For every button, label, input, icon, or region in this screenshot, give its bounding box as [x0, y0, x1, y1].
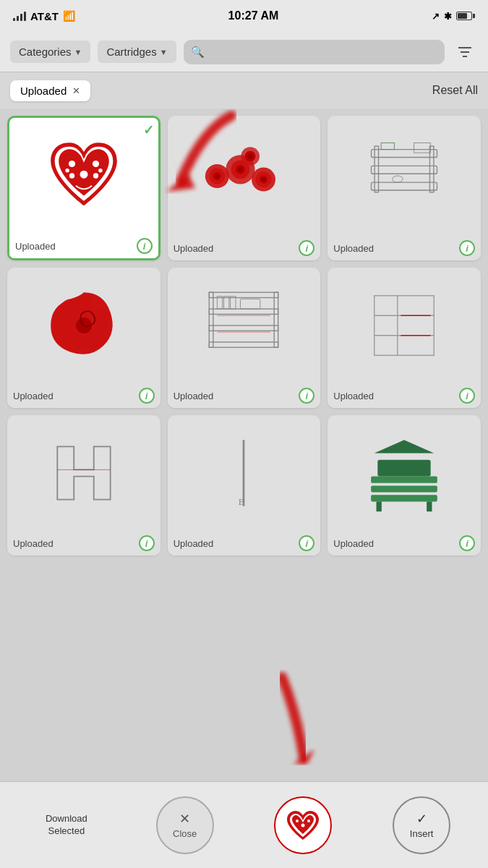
card-2[interactable]: Uploadedi	[168, 116, 321, 260]
svg-point-38	[64, 332, 84, 352]
card-7[interactable]: Uploadedi	[7, 415, 160, 556]
svg-rect-63	[371, 477, 437, 483]
info-button-1[interactable]: i	[137, 238, 153, 254]
filter-tag-close[interactable]: ✕	[72, 85, 80, 96]
svg-rect-29	[374, 146, 378, 192]
svg-rect-44	[210, 326, 278, 331]
svg-rect-48	[218, 297, 223, 309]
svg-rect-51	[241, 299, 261, 309]
info-button-8[interactable]: i	[299, 535, 314, 551]
battery-icon	[456, 12, 475, 20]
info-button-9[interactable]: i	[459, 535, 475, 551]
categories-button[interactable]: Categories ▼	[10, 41, 90, 63]
card-label-9: Uploaded	[333, 538, 374, 549]
svg-point-14	[215, 174, 220, 178]
card-1[interactable]: ✓Uploadedi	[7, 116, 160, 260]
card-5[interactable]: Uploadedi	[168, 268, 321, 408]
svg-rect-30	[430, 146, 434, 192]
nav-bar: Categories ▼ Cartridges ▼ 🔍	[0, 32, 488, 72]
check-icon: ✓	[416, 811, 427, 827]
svg-point-5	[93, 161, 99, 167]
svg-point-4	[69, 161, 75, 167]
info-button-6[interactable]: i	[459, 388, 475, 404]
cartridges-chevron: ▼	[160, 48, 168, 56]
card-label-3: Uploaded	[333, 243, 374, 254]
close-label: Close	[173, 828, 197, 839]
svg-text:B: B	[239, 497, 245, 507]
svg-rect-47	[275, 292, 279, 347]
svg-point-8	[93, 173, 98, 178]
reset-all-button[interactable]: Reset All	[432, 84, 478, 97]
card-label-8: Uploaded	[174, 538, 214, 549]
svg-rect-68	[377, 460, 430, 477]
location-icon: ↗	[432, 11, 440, 22]
status-bar: AT&T 📶 10:27 AM ↗ ✱	[0, 0, 488, 32]
svg-rect-46	[210, 292, 214, 347]
selected-check-icon: ✓	[143, 122, 154, 138]
card-footer-3: Uploadedi	[328, 236, 481, 260]
filter-icon	[456, 43, 474, 61]
svg-point-71	[307, 820, 310, 822]
bluetooth-icon: ✱	[444, 11, 452, 22]
svg-point-7	[69, 173, 74, 178]
svg-rect-26	[372, 150, 437, 158]
filter-button[interactable]	[452, 39, 478, 65]
card-label-1: Uploaded	[15, 241, 56, 252]
card-image-2	[168, 116, 321, 236]
card-footer-4: Uploadedi	[7, 383, 160, 408]
svg-point-70	[296, 820, 299, 822]
card-label-7: Uploaded	[13, 538, 53, 549]
svg-marker-69	[293, 749, 314, 764]
info-button-3[interactable]: i	[459, 240, 475, 256]
card-image-7	[7, 415, 160, 531]
card-footer-9: Uploadedi	[328, 531, 481, 556]
download-selected-label: Download Selected	[38, 813, 95, 838]
info-button-5[interactable]: i	[299, 388, 314, 404]
card-8[interactable]: B Uploadedi	[168, 415, 321, 556]
card-footer-5: Uploadedi	[168, 383, 321, 408]
bottom-bar: Download Selected ✕ Close ✓ Insert	[0, 781, 488, 868]
card-footer-8: Uploadedi	[168, 531, 321, 556]
insert-label: Insert	[410, 828, 434, 839]
card-image-6	[328, 268, 481, 383]
status-left: AT&T 📶	[13, 10, 75, 22]
cartridges-button[interactable]: Cartridges ▼	[98, 41, 176, 63]
card-image-1: ✓	[9, 118, 158, 234]
card-footer-7: Uploadedi	[7, 531, 160, 556]
svg-point-18	[239, 167, 243, 171]
svg-rect-49	[224, 297, 229, 309]
search-icon: 🔍	[191, 46, 205, 59]
info-button-2[interactable]: i	[299, 240, 314, 256]
card-footer-6: Uploadedi	[328, 383, 481, 408]
card-4[interactable]: Uploadedi	[7, 268, 160, 408]
card-image-5	[168, 268, 321, 383]
svg-rect-32	[414, 143, 431, 153]
close-button[interactable]: ✕ Close	[156, 796, 214, 854]
insert-button[interactable]: ✓ Insert	[393, 796, 450, 854]
card-grid: ✓Uploadedi	[0, 109, 488, 563]
svg-rect-43	[210, 309, 278, 314]
info-button-7[interactable]: i	[139, 535, 155, 551]
info-button-4[interactable]: i	[139, 388, 155, 404]
svg-rect-45	[210, 342, 278, 347]
search-box[interactable]: 🔍	[184, 40, 445, 64]
arrow-bottom-annotation	[239, 670, 333, 774]
filter-tag: Uploaded ✕	[10, 80, 90, 101]
svg-point-36	[90, 309, 110, 329]
svg-rect-31	[381, 143, 394, 150]
card-label-4: Uploaded	[13, 391, 53, 401]
card-6[interactable]: Uploadedi	[328, 268, 481, 408]
card-footer-2: Uploadedi	[168, 236, 321, 260]
card-9[interactable]: Uploadedi	[328, 415, 481, 556]
card-image-4	[7, 268, 160, 383]
filter-tag-label: Uploaded	[20, 85, 67, 97]
card-3[interactable]: Uploadedi	[328, 116, 481, 260]
carrier-label: AT&T	[30, 10, 59, 22]
heart-button[interactable]	[274, 796, 332, 854]
svg-rect-50	[231, 297, 236, 309]
card-footer-1: Uploadedi	[9, 234, 158, 258]
svg-rect-67	[427, 501, 432, 511]
svg-rect-54	[374, 296, 435, 356]
svg-rect-66	[377, 501, 382, 511]
wifi-icon: 📶	[63, 10, 75, 22]
